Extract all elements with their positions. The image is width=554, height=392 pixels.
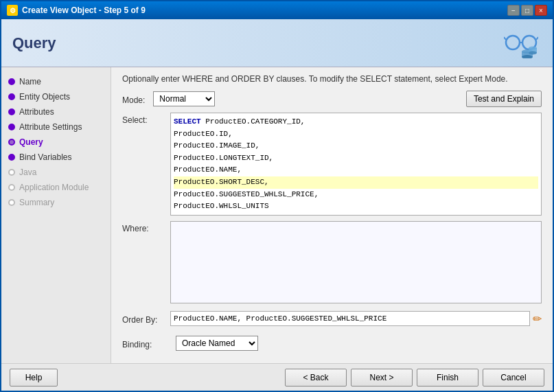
help-button[interactable]: Help <box>10 369 58 387</box>
sql-display-area: SELECT ProductEO.CATEGORY_ID, ProductEO.… <box>170 113 542 216</box>
where-control <box>170 221 542 305</box>
title-controls[interactable]: − □ × <box>507 5 547 16</box>
footer-right: < Back Next > Finish Cancel <box>285 369 544 387</box>
minimize-button[interactable]: − <box>507 5 520 16</box>
mode-left: Mode: NormalExpert <box>122 91 215 106</box>
sidebar-bullet-entity <box>8 93 15 100</box>
next-button[interactable]: Next > <box>351 369 413 387</box>
mode-select[interactable]: NormalExpert <box>153 91 215 106</box>
title-bar: ⚙ Create View Object - Step 5 of 9 − □ × <box>1 1 553 19</box>
sidebar-item-entity-objects[interactable]: Entity Objects <box>1 89 111 104</box>
order-by-row: Order By: ✏ <box>122 311 542 326</box>
maximize-button[interactable]: □ <box>521 5 533 16</box>
sql-line-6: ProductEO.SHORT_DESC, <box>174 176 538 189</box>
sidebar-bullet-summary <box>8 199 15 206</box>
svg-point-10 <box>529 51 537 55</box>
sidebar-item-attribute-settings[interactable]: Attribute Settings <box>1 119 111 135</box>
sidebar-bullet-attr-settings <box>8 124 15 130</box>
window-icon: ⚙ <box>7 5 18 16</box>
sql-line-3: ProductEO.IMAGE_ID, <box>174 140 538 152</box>
sidebar-label-java: Java <box>19 168 36 177</box>
sql-line-2: ProductEO.ID, <box>174 128 538 141</box>
close-button[interactable]: × <box>535 5 547 16</box>
sidebar-item-app-module: Application Module <box>1 180 111 195</box>
header-area: Query <box>1 19 553 67</box>
mode-label: Mode: <box>122 93 145 105</box>
binding-select[interactable]: Oracle Named Oracle Positional JDBC Posi… <box>176 336 258 351</box>
sidebar-label-entity: Entity Objects <box>19 92 70 102</box>
test-explain-button[interactable]: Test and Explain <box>466 91 542 107</box>
sidebar-item-query[interactable]: Query <box>1 135 111 150</box>
svg-line-4 <box>536 37 538 40</box>
mode-row: Mode: NormalExpert Test and Explain <box>122 91 542 107</box>
sql-content[interactable]: SELECT ProductEO.CATEGORY_ID, ProductEO.… <box>170 113 542 216</box>
select-row: Select: SELECT ProductEO.CATEGORY_ID, Pr… <box>122 113 542 216</box>
edit-icon[interactable]: ✏ <box>533 312 542 325</box>
order-by-control: ✏ <box>170 311 542 326</box>
sidebar-item-attributes[interactable]: Attributes <box>1 104 111 119</box>
page-title: Query <box>12 34 56 52</box>
title-bar-left: ⚙ Create View Object - Step 5 of 9 <box>7 5 146 16</box>
main-window: ⚙ Create View Object - Step 5 of 9 − □ ×… <box>0 0 554 392</box>
sidebar-bullet-appmodule <box>8 184 15 191</box>
where-label: Where: <box>122 221 170 233</box>
sidebar-item-java: Java <box>1 165 111 180</box>
sidebar-bullet-java <box>8 169 15 176</box>
sidebar-label-attr-settings: Attribute Settings <box>19 122 82 132</box>
sidebar-item-name[interactable]: Name <box>1 74 111 89</box>
sidebar-item-summary: Summary <box>1 195 111 210</box>
footer: Help < Back Next > Finish Cancel <box>1 363 553 391</box>
binding-label: Binding: <box>122 337 170 349</box>
sidebar-label-summary: Summary <box>19 198 54 207</box>
sidebar-bullet-attributes <box>8 108 15 115</box>
sql-line-8: ProductEO.WHLSL_UNITS <box>174 200 538 213</box>
sidebar-label-name: Name <box>19 77 41 87</box>
sidebar-label-appmodule: Application Module <box>19 183 89 192</box>
sidebar-bullet-bind <box>8 154 15 161</box>
sidebar-item-bind-variables[interactable]: Bind Variables <box>1 150 111 165</box>
where-row: Where: <box>122 221 542 305</box>
finish-button[interactable]: Finish <box>417 369 478 387</box>
window-title: Create View Object - Step 5 of 9 <box>22 5 146 15</box>
svg-line-3 <box>504 37 506 40</box>
sidebar-label-bind: Bind Variables <box>19 152 72 162</box>
sql-line-4: ProductEO.LONGTEXT_ID, <box>174 152 538 165</box>
sidebar: Name Entity Objects Attributes Attribute… <box>1 67 111 363</box>
binding-control: Oracle Named Oracle Positional JDBC Posi… <box>176 336 542 351</box>
sql-line-1: SELECT ProductEO.CATEGORY_ID, <box>174 116 538 128</box>
cancel-button[interactable]: Cancel <box>483 369 544 387</box>
sidebar-bullet-query <box>8 139 15 146</box>
main-content: Optionally enter WHERE and ORDER BY clau… <box>111 67 553 363</box>
sidebar-label-query: Query <box>19 137 43 147</box>
sidebar-label-attributes: Attributes <box>19 107 54 117</box>
order-by-input[interactable] <box>170 311 530 326</box>
instruction-text: Optionally enter WHERE and ORDER BY clau… <box>122 74 542 84</box>
content-area: Name Entity Objects Attributes Attribute… <box>1 67 553 363</box>
select-label: Select: <box>122 113 170 125</box>
where-textarea[interactable] <box>170 221 542 303</box>
svg-point-0 <box>506 36 520 49</box>
sql-line-9: FROM S_PRODUCT ProductEO <box>174 213 538 216</box>
sql-line-5: ProductEO.NAME, <box>174 164 538 176</box>
back-button[interactable]: < Back <box>285 369 347 387</box>
header-icon <box>500 26 542 60</box>
sidebar-bullet-name <box>8 78 15 85</box>
sql-line-7: ProductEO.SUGGESTED_WHLSL_PRICE, <box>174 189 538 201</box>
binding-row: Binding: Oracle Named Oracle Positional … <box>122 336 542 351</box>
order-by-label: Order By: <box>122 312 170 325</box>
